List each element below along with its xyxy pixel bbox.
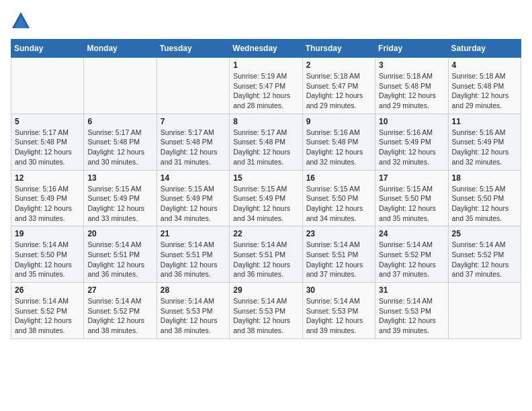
day-info: Sunrise: 5:18 AM Sunset: 5:47 PM Dayligh… <box>306 71 371 111</box>
day-number: 15 <box>233 173 298 183</box>
day-info: Sunrise: 5:14 AM Sunset: 5:51 PM Dayligh… <box>306 240 371 279</box>
calendar-cell: 13Sunrise: 5:15 AM Sunset: 5:49 PM Dayli… <box>84 170 157 226</box>
calendar-cell: 4Sunrise: 5:18 AM Sunset: 5:48 PM Daylig… <box>448 58 521 114</box>
calendar-cell: 2Sunrise: 5:18 AM Sunset: 5:47 PM Daylig… <box>302 58 375 114</box>
calendar-cell: 26Sunrise: 5:14 AM Sunset: 5:52 PM Dayli… <box>11 283 84 339</box>
day-info: Sunrise: 5:14 AM Sunset: 5:50 PM Dayligh… <box>15 240 80 279</box>
calendar-cell: 6Sunrise: 5:17 AM Sunset: 5:48 PM Daylig… <box>84 113 157 170</box>
col-header-thursday: Thursday <box>302 40 375 58</box>
day-number: 11 <box>452 117 517 126</box>
day-number: 27 <box>87 285 152 295</box>
calendar-cell: 25Sunrise: 5:14 AM Sunset: 5:52 PM Dayli… <box>448 226 521 283</box>
day-info: Sunrise: 5:15 AM Sunset: 5:49 PM Dayligh… <box>233 184 298 224</box>
calendar-cell <box>157 58 229 114</box>
calendar-week-row: 26Sunrise: 5:14 AM Sunset: 5:52 PM Dayli… <box>11 283 521 339</box>
day-info: Sunrise: 5:14 AM Sunset: 5:52 PM Dayligh… <box>15 296 80 336</box>
day-number: 7 <box>161 117 226 126</box>
calendar-cell: 21Sunrise: 5:14 AM Sunset: 5:51 PM Dayli… <box>157 226 229 283</box>
day-number: 4 <box>452 60 517 70</box>
day-info: Sunrise: 5:14 AM Sunset: 5:53 PM Dayligh… <box>306 296 371 336</box>
day-number: 29 <box>233 285 298 295</box>
calendar-cell <box>84 58 157 114</box>
day-number: 18 <box>452 173 517 183</box>
calendar-cell: 20Sunrise: 5:14 AM Sunset: 5:51 PM Dayli… <box>84 226 157 283</box>
calendar-cell: 24Sunrise: 5:14 AM Sunset: 5:52 PM Dayli… <box>375 226 448 283</box>
day-number: 23 <box>306 229 371 238</box>
day-info: Sunrise: 5:14 AM Sunset: 5:51 PM Dayligh… <box>87 240 152 279</box>
day-info: Sunrise: 5:15 AM Sunset: 5:50 PM Dayligh… <box>452 184 517 224</box>
day-info: Sunrise: 5:15 AM Sunset: 5:49 PM Dayligh… <box>87 184 152 224</box>
day-number: 17 <box>379 173 444 183</box>
day-info: Sunrise: 5:16 AM Sunset: 5:49 PM Dayligh… <box>379 128 444 167</box>
day-number: 20 <box>87 229 152 238</box>
calendar-cell: 1Sunrise: 5:19 AM Sunset: 5:47 PM Daylig… <box>230 58 302 114</box>
col-header-tuesday: Tuesday <box>157 40 229 58</box>
calendar-cell: 8Sunrise: 5:17 AM Sunset: 5:48 PM Daylig… <box>230 113 302 170</box>
calendar-week-row: 1Sunrise: 5:19 AM Sunset: 5:47 PM Daylig… <box>11 58 521 114</box>
calendar-cell <box>11 58 84 114</box>
calendar-week-row: 12Sunrise: 5:16 AM Sunset: 5:49 PM Dayli… <box>11 170 521 226</box>
day-info: Sunrise: 5:14 AM Sunset: 5:52 PM Dayligh… <box>379 240 444 279</box>
calendar-cell: 9Sunrise: 5:16 AM Sunset: 5:48 PM Daylig… <box>302 113 375 170</box>
col-header-wednesday: Wednesday <box>230 40 302 58</box>
day-number: 8 <box>233 117 298 126</box>
calendar-cell: 23Sunrise: 5:14 AM Sunset: 5:51 PM Dayli… <box>302 226 375 283</box>
calendar-cell: 7Sunrise: 5:17 AM Sunset: 5:48 PM Daylig… <box>157 113 229 170</box>
calendar-cell <box>448 283 521 339</box>
day-info: Sunrise: 5:15 AM Sunset: 5:50 PM Dayligh… <box>306 184 371 224</box>
calendar-cell: 10Sunrise: 5:16 AM Sunset: 5:49 PM Dayli… <box>375 113 448 170</box>
logo-icon <box>11 11 31 31</box>
day-info: Sunrise: 5:18 AM Sunset: 5:48 PM Dayligh… <box>379 71 444 111</box>
calendar-week-row: 19Sunrise: 5:14 AM Sunset: 5:50 PM Dayli… <box>11 226 521 283</box>
day-number: 10 <box>379 117 444 126</box>
calendar-cell: 17Sunrise: 5:15 AM Sunset: 5:50 PM Dayli… <box>375 170 448 226</box>
day-info: Sunrise: 5:16 AM Sunset: 5:49 PM Dayligh… <box>452 128 517 167</box>
day-number: 24 <box>379 229 444 238</box>
day-number: 19 <box>15 229 80 238</box>
day-info: Sunrise: 5:14 AM Sunset: 5:53 PM Dayligh… <box>233 296 298 336</box>
day-info: Sunrise: 5:19 AM Sunset: 5:47 PM Dayligh… <box>233 71 298 111</box>
calendar-cell: 5Sunrise: 5:17 AM Sunset: 5:48 PM Daylig… <box>11 113 84 170</box>
calendar-cell: 30Sunrise: 5:14 AM Sunset: 5:53 PM Dayli… <box>302 283 375 339</box>
day-number: 2 <box>306 60 371 70</box>
calendar-cell: 12Sunrise: 5:16 AM Sunset: 5:49 PM Dayli… <box>11 170 84 226</box>
day-number: 26 <box>15 285 80 295</box>
col-header-friday: Friday <box>375 40 448 58</box>
day-info: Sunrise: 5:18 AM Sunset: 5:48 PM Dayligh… <box>452 71 517 111</box>
day-info: Sunrise: 5:14 AM Sunset: 5:51 PM Dayligh… <box>233 240 298 279</box>
day-number: 28 <box>161 285 226 295</box>
day-info: Sunrise: 5:14 AM Sunset: 5:53 PM Dayligh… <box>161 296 226 336</box>
day-number: 30 <box>306 285 371 295</box>
day-number: 9 <box>306 117 371 126</box>
day-number: 13 <box>87 173 152 183</box>
day-info: Sunrise: 5:14 AM Sunset: 5:51 PM Dayligh… <box>161 240 226 279</box>
day-info: Sunrise: 5:17 AM Sunset: 5:48 PM Dayligh… <box>15 128 80 167</box>
calendar-table: SundayMondayTuesdayWednesdayThursdayFrid… <box>11 39 521 339</box>
calendar-cell: 18Sunrise: 5:15 AM Sunset: 5:50 PM Dayli… <box>448 170 521 226</box>
page-header <box>11 11 521 31</box>
day-number: 3 <box>379 60 444 70</box>
day-number: 5 <box>15 117 80 126</box>
day-number: 1 <box>233 60 298 70</box>
col-header-monday: Monday <box>84 40 157 58</box>
day-info: Sunrise: 5:16 AM Sunset: 5:49 PM Dayligh… <box>15 184 80 224</box>
day-info: Sunrise: 5:16 AM Sunset: 5:48 PM Dayligh… <box>306 128 371 167</box>
day-number: 12 <box>15 173 80 183</box>
day-info: Sunrise: 5:15 AM Sunset: 5:49 PM Dayligh… <box>161 184 226 224</box>
day-number: 21 <box>161 229 226 238</box>
day-info: Sunrise: 5:14 AM Sunset: 5:53 PM Dayligh… <box>379 296 444 336</box>
day-info: Sunrise: 5:14 AM Sunset: 5:52 PM Dayligh… <box>452 240 517 279</box>
calendar-cell: 31Sunrise: 5:14 AM Sunset: 5:53 PM Dayli… <box>375 283 448 339</box>
day-number: 22 <box>233 229 298 238</box>
day-info: Sunrise: 5:17 AM Sunset: 5:48 PM Dayligh… <box>233 128 298 167</box>
day-number: 14 <box>161 173 226 183</box>
calendar-cell: 15Sunrise: 5:15 AM Sunset: 5:49 PM Dayli… <box>230 170 302 226</box>
calendar-cell: 11Sunrise: 5:16 AM Sunset: 5:49 PM Dayli… <box>448 113 521 170</box>
logo <box>11 11 34 31</box>
calendar-cell: 19Sunrise: 5:14 AM Sunset: 5:50 PM Dayli… <box>11 226 84 283</box>
day-info: Sunrise: 5:17 AM Sunset: 5:48 PM Dayligh… <box>161 128 226 167</box>
calendar-cell: 28Sunrise: 5:14 AM Sunset: 5:53 PM Dayli… <box>157 283 229 339</box>
day-info: Sunrise: 5:14 AM Sunset: 5:52 PM Dayligh… <box>87 296 152 336</box>
day-info: Sunrise: 5:15 AM Sunset: 5:50 PM Dayligh… <box>379 184 444 224</box>
calendar-cell: 3Sunrise: 5:18 AM Sunset: 5:48 PM Daylig… <box>375 58 448 114</box>
